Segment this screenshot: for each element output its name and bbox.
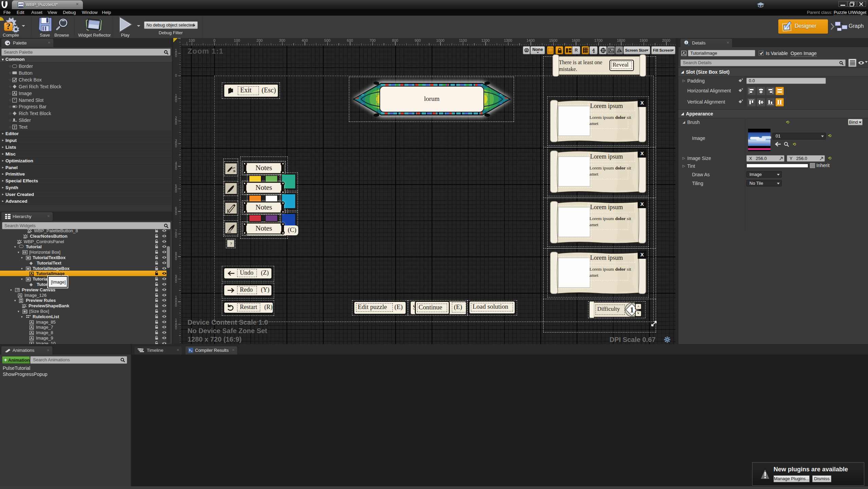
svg-text:T: T (14, 125, 16, 129)
svg-text:1: 1 (630, 305, 634, 314)
svg-text:?: ? (6, 22, 11, 31)
svg-text:*: * (14, 98, 16, 102)
svg-text:i: i (686, 41, 687, 44)
